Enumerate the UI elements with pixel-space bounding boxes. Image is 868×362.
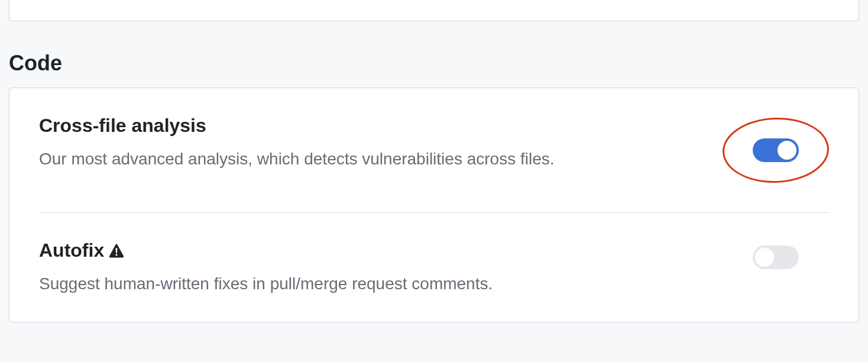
autofix-toggle[interactable] — [753, 245, 799, 269]
setting-text: Cross-file analysis Our most advanced an… — [39, 115, 723, 170]
setting-title-text: Autofix — [39, 240, 104, 261]
setting-cross-file-analysis: Cross-file analysis Our most advanced an… — [9, 88, 859, 212]
previous-card-bottom — [9, 0, 859, 21]
section-heading: Code — [9, 51, 859, 76]
setting-title: Autofix — [39, 240, 723, 261]
code-settings-card: Cross-file analysis Our most advanced an… — [9, 88, 859, 322]
setting-text: Autofix Suggest human-written fixes in p… — [39, 240, 723, 295]
setting-title: Cross-file analysis — [39, 115, 723, 137]
toggle-container — [723, 115, 829, 186]
setting-description: Our most advanced analysis, which detect… — [39, 147, 723, 170]
setting-description: Suggest human-written fixes in pull/merg… — [39, 272, 723, 295]
toggle-container — [723, 240, 829, 275]
toggle-knob — [755, 248, 774, 267]
setting-autofix: Autofix Suggest human-written fixes in p… — [39, 212, 829, 322]
warning-icon — [109, 243, 124, 258]
toggle-knob — [778, 141, 796, 160]
cross-file-analysis-toggle[interactable] — [753, 138, 799, 162]
setting-title-text: Cross-file analysis — [39, 115, 206, 137]
